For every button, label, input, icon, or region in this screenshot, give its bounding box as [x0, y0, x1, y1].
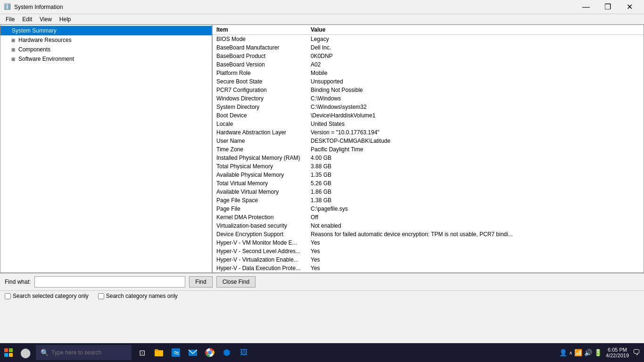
chrome-icon[interactable] — [201, 343, 218, 362]
maximize-button[interactable]: ❐ — [597, 0, 619, 14]
tree-label-components: Components — [18, 46, 50, 53]
cell-value: 4.00 GB — [307, 154, 644, 162]
cell-value: \Device\HarddiskVolume1 — [307, 111, 644, 120]
cell-value: Version = "10.0.17763.194" — [307, 128, 644, 137]
menu-help[interactable]: Help — [56, 15, 75, 24]
cell-item: Available Virtual Memory — [213, 188, 307, 196]
cell-value: 1.38 GB — [307, 196, 644, 205]
cell-value: 3.88 GB — [307, 162, 644, 171]
people-icon[interactable]: 👤 — [559, 349, 567, 356]
tree-label-hardware-resources: Hardware Resources — [18, 37, 72, 43]
menu-edit[interactable]: Edit — [18, 15, 36, 24]
close-find-button[interactable]: Close Find — [216, 276, 256, 288]
cell-value: A02 — [307, 60, 644, 69]
tree-item-system-summary[interactable]: System Summary — [0, 26, 212, 35]
tree-item-components[interactable]: ⊞ Components — [0, 45, 212, 54]
find-button[interactable]: Find — [189, 276, 212, 288]
menu-view[interactable]: View — [36, 15, 56, 24]
checkbox-selected-input[interactable] — [5, 293, 11, 299]
cell-item: Time Zone — [213, 145, 307, 154]
table-row: BIOS ModeLegacy — [213, 35, 644, 44]
app-icon: ℹ️ — [4, 3, 11, 11]
photos-icon[interactable]: 🖼 — [235, 343, 252, 362]
taskbar-search[interactable]: 🔍 — [36, 345, 132, 360]
cell-value: Yes — [307, 255, 644, 264]
cell-item: BaseBoard Manufacturer — [213, 43, 307, 52]
table-row: Hyper-V - Second Level Addres...Yes — [213, 247, 644, 255]
table-row: Windows DirectoryC:\Windows — [213, 94, 644, 103]
expander-components: ⊞ — [10, 46, 17, 53]
checkbox-category-input[interactable] — [98, 293, 104, 299]
cell-item: System Directory — [213, 103, 307, 111]
expander-hardware-resources: ⊞ — [10, 37, 17, 43]
speaker-icon[interactable]: 🔊 — [584, 349, 592, 356]
store-icon[interactable]: 🛍 — [167, 343, 184, 362]
task-view-button[interactable]: ⊡ — [133, 343, 150, 362]
table-row: User NameDESKTOP-CMMGABK\Latitude — [213, 137, 644, 145]
cell-item: Total Virtual Memory — [213, 179, 307, 188]
cell-item: User Name — [213, 137, 307, 145]
window-title: System Information — [14, 4, 63, 10]
cell-value: C:\pagefile.sys — [307, 205, 644, 213]
cell-value: 0K0DNP — [307, 52, 644, 60]
cell-value: Off — [307, 213, 644, 222]
cortana-button[interactable]: ⬤ — [17, 343, 34, 362]
tray-arrow[interactable]: ∧ — [569, 350, 572, 355]
table-row: BaseBoard VersionA02 — [213, 60, 644, 69]
table-row: Hardware Abstraction LayerVersion = "10.… — [213, 128, 644, 137]
table-row: Page File Space1.38 GB — [213, 196, 644, 205]
cell-value: DESKTOP-CMMGABK\Latitude — [307, 137, 644, 145]
edge-icon[interactable]: ⬢ — [218, 343, 235, 362]
cell-value: Unsupported — [307, 77, 644, 86]
title-bar-controls: — ❐ ✕ — [575, 0, 640, 14]
expander-software-environment: ⊞ — [10, 56, 17, 62]
col-header-item: Item — [213, 25, 307, 35]
cell-value: United States — [307, 120, 644, 128]
battery-icon[interactable]: 🔋 — [594, 349, 602, 356]
table-row: Secure Boot StateUnsupported — [213, 77, 644, 86]
svg-rect-1 — [9, 348, 13, 352]
table-row: Time ZonePacific Daylight Time — [213, 145, 644, 154]
table-row: Hyper-V - VM Monitor Mode E...Yes — [213, 239, 644, 247]
file-explorer-icon[interactable] — [150, 343, 167, 362]
table-row: Kernel DMA ProtectionOff — [213, 213, 644, 222]
cell-value: Yes — [307, 239, 644, 247]
checkbox-search-selected[interactable]: Search selected category only — [5, 293, 89, 299]
right-panel: Item Value BIOS ModeLegacyBaseBoard Manu… — [213, 25, 644, 272]
table-row: Page FileC:\pagefile.sys — [213, 205, 644, 213]
checkbox-search-category[interactable]: Search category names only — [98, 293, 178, 299]
close-button[interactable]: ✕ — [619, 0, 640, 14]
cell-value: 5.26 GB — [307, 179, 644, 188]
cell-value: 1.86 GB — [307, 188, 644, 196]
tree-item-hardware-resources[interactable]: ⊞ Hardware Resources — [0, 35, 212, 45]
svg-rect-3 — [9, 353, 13, 357]
menu-bar: File Edit View Help — [0, 14, 644, 25]
table-row: Installed Physical Memory (RAM)4.00 GB — [213, 154, 644, 162]
start-button[interactable] — [0, 343, 17, 362]
minimize-button[interactable]: — — [575, 0, 597, 14]
svg-rect-5 — [155, 349, 158, 351]
taskbar-clock[interactable]: 6:05 PM 4/22/2019 — [606, 347, 629, 358]
tree-item-software-environment[interactable]: ⊞ Software Environment — [0, 54, 212, 64]
mail-icon[interactable] — [184, 343, 201, 362]
title-bar: ℹ️ System Information — ❐ ✕ — [0, 0, 644, 14]
cell-item: Total Physical Memory — [213, 162, 307, 171]
svg-rect-2 — [4, 353, 8, 357]
table-row: Device Encryption SupportReasons for fai… — [213, 230, 644, 239]
menu-file[interactable]: File — [2, 15, 18, 24]
table-row: Hyper-V - Data Execution Prote...Yes — [213, 264, 644, 272]
taskbar-search-input[interactable] — [51, 349, 127, 356]
cell-item: Secure Boot State — [213, 77, 307, 86]
table-row: BaseBoard Product0K0DNP — [213, 52, 644, 60]
cell-value: Dell Inc. — [307, 43, 644, 52]
notifications-icon[interactable]: 🗨 — [633, 348, 640, 357]
cell-item: Page File Space — [213, 196, 307, 205]
cell-item: Kernel DMA Protection — [213, 213, 307, 222]
info-table: Item Value BIOS ModeLegacyBaseBoard Manu… — [213, 25, 644, 272]
cell-value: C:\Windows\system32 — [307, 103, 644, 111]
cell-item: BIOS Mode — [213, 35, 307, 44]
cell-value: Pacific Daylight Time — [307, 145, 644, 154]
svg-text:🛍: 🛍 — [173, 350, 179, 355]
find-input[interactable] — [34, 276, 185, 288]
network-icon[interactable]: 📶 — [574, 349, 582, 356]
